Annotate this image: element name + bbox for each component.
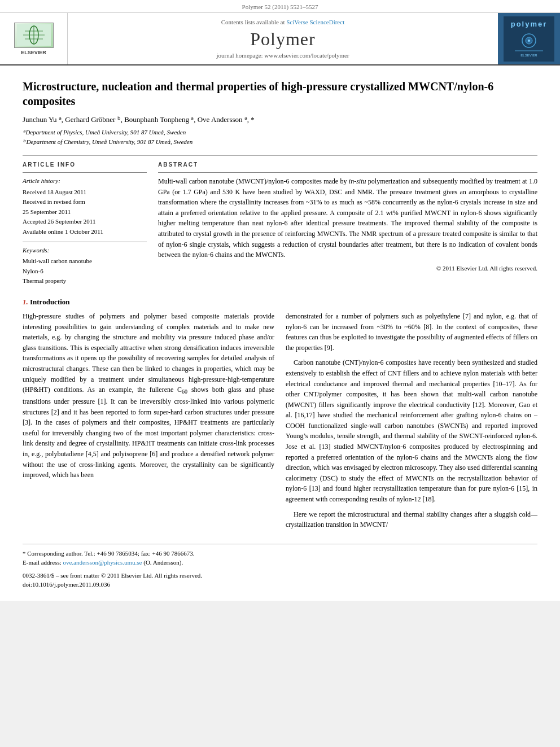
info-abstract-section: ARTICLE INFO Article history: Received 1… (23, 161, 537, 286)
svg-text:ELSEVIER: ELSEVIER (520, 54, 537, 57)
received-date: Received 18 August 2011 (23, 187, 147, 198)
revised-label: Received in revised form (23, 197, 147, 207)
author-list: Junchun Yu ᵃ, Gerhard Gröbner ᵇ, Bounpha… (23, 115, 255, 124)
affil-1: ᵃ Department of Physics, Umeå University… (23, 128, 537, 137)
revised-date: 25 September 2011 (23, 207, 147, 217)
article-info-title: ARTICLE INFO (23, 161, 147, 168)
journal-name-display: Polymer (79, 29, 487, 50)
abstract-box: Multi-wall carbon nanotube (MWCNT)/nylon… (158, 172, 537, 272)
journal-header-center: Contents lists available at SciVerse Sci… (68, 13, 498, 64)
section-header: 1. Introduction (23, 298, 537, 307)
authors: Junchun Yu ᵃ, Gerhard Gröbner ᵇ, Bounpha… (23, 115, 537, 124)
body-right-text: demonstrated for a number of polymers su… (286, 311, 537, 530)
keywords-title: Keywords: (23, 246, 147, 256)
journal-reference: Polymer 52 (2011) 5521–5527 (242, 3, 318, 10)
contents-text: Contents lists available at (221, 19, 285, 25)
header-divider (23, 155, 537, 156)
affil-2: ᵇ Department of Chemistry, Umeå Universi… (23, 137, 537, 147)
svg-point-9 (528, 40, 530, 42)
body-right-col: demonstrated for a number of polymers su… (286, 311, 537, 535)
introduction-section: 1. Introduction High-pressure studies of… (23, 298, 537, 535)
elsevier-logo-image (14, 23, 54, 48)
issn-text: 0032-3861/$ – see front matter © 2011 El… (23, 572, 202, 579)
elsevier-logo-area: ELSEVIER (0, 13, 68, 64)
email-address[interactable]: ove.andersson@physics.umu.se (63, 559, 142, 566)
copyright-line: © 2011 Elsevier Ltd. All rights reserved… (158, 265, 537, 272)
polymer-badge: polymer ELSEVIER (504, 16, 554, 62)
keyword-2: Nylon-6 (23, 267, 147, 277)
keyword-3: Thermal property (23, 276, 147, 286)
accepted-date: Accepted 26 September 2011 (23, 217, 147, 227)
body-two-col: High-pressure studies of polymers and po… (23, 311, 537, 535)
main-content: Microstructure, nucleation and thermal p… (0, 65, 560, 601)
history-title: Article history: (23, 176, 147, 186)
keyword-1: Multi-wall carbon nanotube (23, 256, 147, 267)
sciverse-link[interactable]: SciVerse ScienceDirect (286, 19, 344, 25)
affiliations: ᵃ Department of Physics, Umeå University… (23, 128, 537, 146)
section-title: Introduction (30, 298, 70, 306)
doi-line: doi:10.1016/j.polymer.2011.09.036 (23, 580, 537, 589)
page: Polymer 52 (2011) 5521–5527 ELSEVIER (0, 0, 560, 601)
polymer-badge-text: polymer (511, 20, 548, 28)
polymer-badge-area: polymer ELSEVIER (498, 13, 560, 64)
email-end: (O. Andersson). (143, 559, 183, 566)
corresponding-author: * Corresponding author. Tel.: +46 90 786… (23, 549, 537, 558)
body-left-col: High-pressure studies of polymers and po… (23, 311, 274, 535)
elsevier-logo: ELSEVIER (14, 23, 54, 55)
article-info-box: Article history: Received 18 August 2011… (23, 172, 147, 286)
abstract-title: ABSTRACT (158, 161, 537, 168)
keywords-section: Keywords: Multi-wall carbon nanotube Nyl… (23, 242, 147, 286)
article-title: Microstructure, nucleation and thermal p… (23, 79, 537, 108)
journal-header: ELSEVIER Contents lists available at Sci… (0, 13, 560, 65)
elsevier-text: ELSEVIER (14, 50, 54, 55)
sciverse-line: Contents lists available at SciVerse Sci… (79, 19, 487, 25)
homepage-line: journal homepage: www.elsevier.com/locat… (79, 52, 487, 59)
footnote-area: * Corresponding author. Tel.: +46 90 786… (23, 544, 537, 589)
top-bar: Polymer 52 (2011) 5521–5527 (0, 0, 560, 13)
doi-text: doi:10.1016/j.polymer.2011.09.036 (23, 581, 110, 588)
body-left-text: High-pressure studies of polymers and po… (23, 311, 274, 480)
issn-line: 0032-3861/$ – see front matter © 2011 El… (23, 571, 537, 580)
email-line: E-mail address: ove.andersson@physics.um… (23, 558, 537, 567)
polymer-badge-image: ELSEVIER (509, 29, 549, 58)
section-number: 1. (23, 298, 28, 306)
email-label: E-mail address: (23, 559, 62, 566)
abstract-text: Multi-wall carbon nanotube (MWCNT)/nylon… (158, 176, 537, 260)
article-info-column: ARTICLE INFO Article history: Received 1… (23, 161, 147, 286)
online-date: Available online 1 October 2011 (23, 227, 147, 237)
abstract-column: ABSTRACT Multi-wall carbon nanotube (MWC… (158, 161, 537, 286)
